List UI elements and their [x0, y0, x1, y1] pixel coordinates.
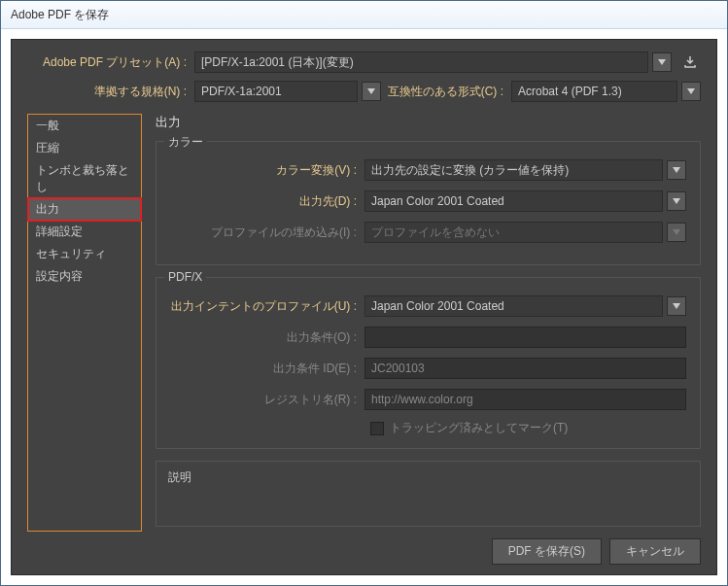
sidebar-item-1[interactable]: 圧縮: [28, 137, 141, 159]
preset-value: [PDF/X-1a:2001 (日本)](変更): [201, 54, 354, 71]
destination-value: Japan Color 2001 Coated: [371, 194, 504, 208]
download-icon: [682, 54, 698, 70]
cancel-button[interactable]: キャンセル: [609, 538, 701, 565]
intent-profile-arrow[interactable]: [667, 296, 686, 316]
save-preset-button[interactable]: [679, 52, 701, 73]
compat-value: Acrobat 4 (PDF 1.3): [518, 85, 622, 98]
standard-select[interactable]: PDF/X-1a:2001: [194, 81, 358, 102]
compat-select[interactable]: Acrobat 4 (PDF 1.3): [511, 81, 677, 102]
chevron-down-icon: [673, 229, 680, 235]
registry-input[interactable]: http://www.color.org: [364, 389, 686, 410]
chevron-down-icon: [367, 88, 375, 94]
intent-profile-select[interactable]: Japan Color 2001 Coated: [364, 295, 663, 317]
output-condition-id-input[interactable]: JC200103: [364, 358, 686, 379]
output-condition-id-value: JC200103: [371, 362, 425, 375]
sidebar-item-0[interactable]: 一般: [28, 115, 141, 137]
sidebar-item-5[interactable]: セキュリティ: [28, 243, 141, 265]
category-sidebar: 一般圧縮トンボと裁ち落とし出力詳細設定セキュリティ設定内容: [27, 114, 142, 532]
color-conversion-value: 出力先の設定に変換 (カラー値を保持): [371, 162, 569, 179]
output-condition-label: 出力条件(O) :: [170, 329, 364, 346]
embed-profile-arrow: [667, 223, 686, 242]
color-conversion-select[interactable]: 出力先の設定に変換 (カラー値を保持): [364, 159, 663, 181]
destination-label: 出力先(D) :: [170, 193, 364, 210]
registry-label: レジストリ名(R) :: [170, 392, 364, 408]
color-group-title: カラー: [164, 134, 207, 151]
chevron-down-icon: [658, 59, 666, 65]
compat-dropdown-arrow[interactable]: [681, 82, 701, 101]
chevron-down-icon: [673, 303, 680, 309]
standard-dropdown-arrow[interactable]: [362, 82, 381, 101]
sidebar-item-4[interactable]: 詳細設定: [28, 221, 141, 243]
window-title: Adobe PDF を保存: [11, 7, 109, 23]
preset-select[interactable]: [PDF/X-1a:2001 (日本)](変更): [194, 52, 648, 73]
registry-value: http://www.color.org: [371, 393, 473, 406]
sidebar-item-3[interactable]: 出力: [28, 198, 141, 221]
output-condition-id-label: 出力条件 ID(E) :: [170, 361, 364, 377]
output-condition-input[interactable]: [364, 327, 686, 348]
trapping-checkbox[interactable]: [370, 422, 384, 435]
sidebar-item-2[interactable]: トンボと裁ち落とし: [28, 159, 141, 198]
pdfx-group: PDF/X 出力インテントのプロファイル(U) : Japan Color 20…: [156, 277, 701, 449]
color-conversion-arrow[interactable]: [667, 160, 686, 180]
standard-label: 準拠する規格(N) :: [27, 84, 194, 100]
embed-profile-value: プロファイルを含めない: [371, 224, 500, 241]
page-title: 出力: [156, 114, 701, 131]
description-title: 説明: [168, 470, 191, 484]
standard-value: PDF/X-1a:2001: [201, 85, 282, 98]
embed-profile-label: プロファイルの埋め込み(I) :: [170, 224, 364, 241]
intent-profile-value: Japan Color 2001 Coated: [371, 299, 504, 313]
intent-profile-label: 出力インテントのプロファイル(U) :: [170, 298, 364, 315]
compat-label: 互換性のある形式(C) :: [381, 84, 511, 100]
color-group: カラー カラー変換(V) : 出力先の設定に変換 (カラー値を保持) 出力先(D: [156, 141, 701, 265]
description-box: 説明: [156, 461, 701, 527]
chevron-down-icon: [687, 88, 695, 94]
destination-select[interactable]: Japan Color 2001 Coated: [364, 190, 663, 212]
destination-arrow[interactable]: [667, 191, 686, 211]
chevron-down-icon: [673, 167, 680, 173]
preset-dropdown-arrow[interactable]: [652, 52, 672, 72]
color-conversion-label: カラー変換(V) :: [170, 162, 364, 179]
pdfx-group-title: PDF/X: [164, 270, 206, 284]
embed-profile-select: プロファイルを含めない: [364, 222, 663, 243]
chevron-down-icon: [673, 198, 680, 204]
preset-label: Adobe PDF プリセット(A) :: [27, 54, 194, 71]
sidebar-item-6[interactable]: 設定内容: [28, 265, 141, 288]
save-pdf-button[interactable]: PDF を保存(S): [492, 538, 602, 565]
window-titlebar: Adobe PDF を保存: [1, 1, 727, 29]
trapping-label: トラッピング済みとしてマーク(T): [390, 420, 568, 436]
